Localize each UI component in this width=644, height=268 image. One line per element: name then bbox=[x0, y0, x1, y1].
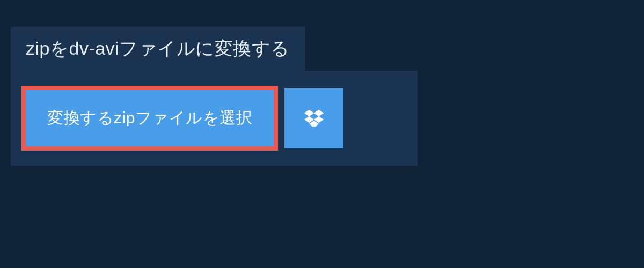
page-title: zipをdv-aviファイルに変換する bbox=[26, 36, 290, 61]
converter-container: zipをdv-aviファイルに変換する 変換するzipファイルを選択 bbox=[0, 0, 644, 166]
source-format: zip bbox=[26, 38, 50, 58]
title-suffix: ファイルに変換する bbox=[119, 38, 290, 58]
select-file-button[interactable]: 変換するzipファイルを選択 bbox=[21, 86, 278, 151]
title-box: zipをdv-aviファイルに変換する bbox=[11, 27, 305, 71]
dropbox-button[interactable] bbox=[284, 88, 343, 148]
upload-section: 変換するzipファイルを選択 bbox=[11, 71, 418, 166]
title-particle: を bbox=[50, 38, 69, 58]
dropbox-icon bbox=[304, 110, 324, 127]
target-format: dv-avi bbox=[69, 38, 119, 58]
